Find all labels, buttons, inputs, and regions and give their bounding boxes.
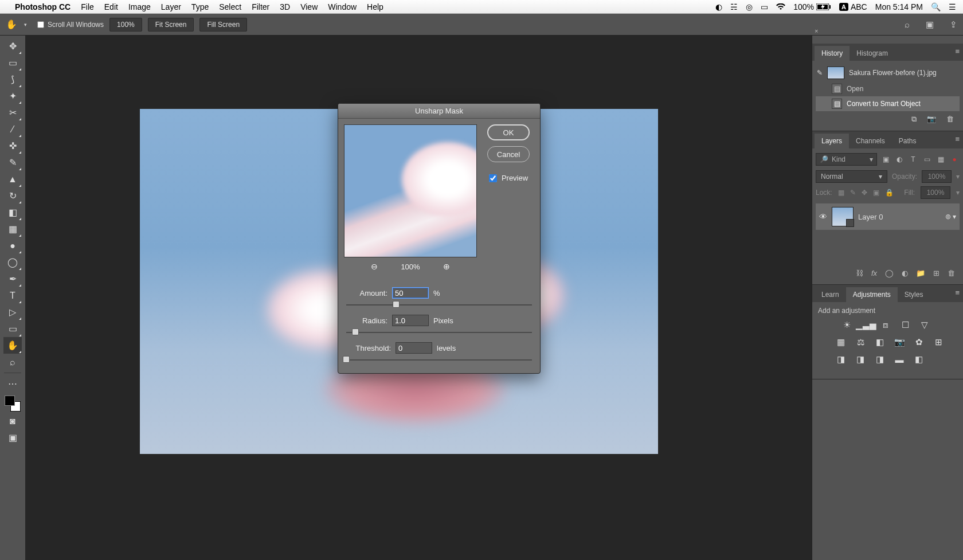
lock-transparent-icon[interactable]: ▦ bbox=[838, 189, 844, 197]
spotlight-icon[interactable]: 🔍 bbox=[931, 2, 941, 11]
clock[interactable]: Mon 5:14 PM bbox=[875, 2, 923, 11]
vibrance-icon[interactable]: ▽ bbox=[919, 319, 930, 331]
black-white-icon[interactable]: ◧ bbox=[874, 336, 886, 348]
path-select-tool[interactable]: ▷ bbox=[3, 304, 22, 320]
tab-channels[interactable]: Channels bbox=[849, 134, 892, 148]
zoom-out-icon[interactable]: ⊖ bbox=[371, 262, 378, 271]
lock-position-icon[interactable]: ✥ bbox=[862, 189, 867, 197]
marquee-tool[interactable]: ▭ bbox=[3, 54, 22, 71]
menu-view[interactable]: View bbox=[300, 2, 318, 11]
group-icon[interactable]: 📁 bbox=[916, 269, 925, 277]
menu-file[interactable]: File bbox=[81, 2, 94, 11]
fill-value[interactable]: 100% bbox=[921, 186, 950, 199]
channel-mixer-icon[interactable]: ✿ bbox=[913, 336, 925, 348]
filter-smart-icon[interactable]: ▦ bbox=[935, 154, 946, 165]
app-name[interactable]: Photoshop CC bbox=[15, 2, 71, 11]
edit-toolbar[interactable]: ⋯ bbox=[3, 375, 22, 392]
filter-pixel-icon[interactable]: ▣ bbox=[880, 154, 891, 165]
tab-paths[interactable]: Paths bbox=[892, 134, 923, 148]
menu-edit[interactable]: Edit bbox=[104, 2, 118, 11]
exposure-icon[interactable]: ☐ bbox=[899, 319, 911, 331]
dropbox-icon[interactable]: ☵ bbox=[730, 2, 738, 11]
posterize-icon[interactable]: ◨ bbox=[855, 354, 866, 365]
fx-icon[interactable]: fx bbox=[871, 269, 877, 277]
scroll-all-windows-checkbox[interactable]: Scroll All Windows bbox=[37, 21, 104, 29]
radius-slider[interactable] bbox=[346, 328, 532, 336]
layer-filter-kind[interactable]: 🔎Kind▾ bbox=[816, 153, 877, 166]
opacity-chevron-icon[interactable]: ▾ bbox=[956, 173, 960, 181]
invert-icon[interactable]: ◨ bbox=[835, 354, 847, 365]
move-tool[interactable]: ✥ bbox=[3, 38, 22, 54]
delete-layer-icon[interactable]: 🗑 bbox=[948, 269, 955, 277]
tab-layers[interactable]: Layers bbox=[815, 134, 849, 148]
brush-tool[interactable]: ✎ bbox=[3, 154, 22, 171]
hue-sat-icon[interactable]: ▦ bbox=[835, 336, 847, 348]
search-icon[interactable]: ⌕ bbox=[905, 19, 910, 29]
screen-mode-toggle[interactable]: ▣ bbox=[3, 429, 22, 446]
fit-screen-button[interactable]: Fit Screen bbox=[148, 18, 194, 32]
gradient-map-icon[interactable]: ▬ bbox=[894, 354, 905, 365]
type-tool[interactable]: T bbox=[3, 287, 22, 304]
dialog-title[interactable]: Unsharp Mask bbox=[338, 104, 540, 119]
foreground-background-colors[interactable] bbox=[3, 394, 22, 413]
dialog-preview[interactable] bbox=[344, 124, 477, 257]
visibility-icon[interactable]: 👁 bbox=[819, 212, 827, 221]
eraser-tool[interactable]: ◧ bbox=[3, 204, 22, 221]
amount-slider[interactable] bbox=[346, 301, 532, 309]
filter-shape-icon[interactable]: ▭ bbox=[922, 154, 932, 165]
lasso-tool[interactable]: ⟆ bbox=[3, 71, 22, 88]
adjustment-layer-icon[interactable]: ◐ bbox=[902, 269, 908, 277]
menu-image[interactable]: Image bbox=[128, 2, 151, 11]
tab-learn[interactable]: Learn bbox=[815, 287, 846, 302]
zoom-tool[interactable]: ⌕ bbox=[3, 354, 22, 370]
battery-status[interactable]: 100% bbox=[793, 2, 831, 11]
delete-state-icon[interactable]: 🗑 bbox=[946, 115, 954, 124]
clone-stamp-tool[interactable]: ▲ bbox=[3, 171, 22, 187]
selective-color-icon[interactable]: ◧ bbox=[913, 354, 925, 365]
menu-3d[interactable]: 3D bbox=[280, 2, 290, 11]
gradient-tool[interactable]: ▦ bbox=[3, 221, 22, 237]
history-brush-tool[interactable]: ↻ bbox=[3, 187, 22, 204]
color-balance-icon[interactable]: ⚖ bbox=[855, 336, 866, 348]
tab-histogram[interactable]: Histogram bbox=[850, 46, 895, 61]
create-document-from-state-icon[interactable]: ⧉ bbox=[911, 115, 917, 124]
fill-chevron-icon[interactable]: ▾ bbox=[956, 189, 960, 197]
airplay-icon[interactable]: ▭ bbox=[761, 2, 768, 11]
wifi-icon[interactable] bbox=[776, 3, 785, 10]
filter-type-icon[interactable]: T bbox=[908, 154, 918, 165]
menu-window[interactable]: Window bbox=[328, 2, 357, 11]
history-brush-source-icon[interactable]: ✎ bbox=[817, 69, 823, 77]
eyedropper-tool[interactable]: ⁄ bbox=[3, 121, 22, 138]
hand-tool-icon[interactable]: ✋ bbox=[6, 19, 17, 30]
new-layer-icon[interactable]: ⊞ bbox=[933, 269, 939, 277]
panel-menu-icon[interactable]: ≡ bbox=[955, 288, 960, 297]
history-step-open[interactable]: ▤ Open bbox=[816, 81, 960, 96]
amount-input[interactable] bbox=[392, 287, 429, 299]
threshold-icon[interactable]: ◨ bbox=[874, 354, 886, 365]
panel-close-icon[interactable]: × bbox=[815, 28, 818, 34]
layer-0-row[interactable]: 👁 Layer 0 ⊚ ▾ bbox=[816, 203, 960, 230]
lock-artboard-icon[interactable]: ▣ bbox=[873, 189, 879, 197]
canvas-area[interactable]: Unsharp Mask ⊖ 100% ⊕ OK Cancel Preview bbox=[25, 36, 812, 560]
layer-thumb[interactable] bbox=[832, 207, 854, 226]
share-icon[interactable]: ⇪ bbox=[950, 19, 957, 30]
filter-toggle-icon[interactable]: ● bbox=[949, 154, 960, 165]
panel-menu-icon[interactable]: ≡ bbox=[955, 135, 960, 143]
curves-icon[interactable]: ⧈ bbox=[880, 319, 891, 331]
ok-button[interactable]: OK bbox=[487, 124, 530, 140]
menu-filter[interactable]: Filter bbox=[252, 2, 269, 11]
preview-checkbox[interactable]: Preview bbox=[489, 174, 528, 182]
opacity-value[interactable]: 100% bbox=[922, 170, 952, 183]
dodge-tool[interactable]: ◯ bbox=[3, 254, 22, 271]
levels-icon[interactable]: ▁▃▅ bbox=[860, 319, 872, 331]
crop-tool[interactable]: ✂ bbox=[3, 104, 22, 121]
layer-name[interactable]: Layer 0 bbox=[858, 213, 883, 221]
panel-menu-icon[interactable]: ≡ bbox=[955, 47, 960, 56]
menu-help[interactable]: Help bbox=[367, 2, 383, 11]
healing-brush-tool[interactable]: ✜ bbox=[3, 138, 22, 154]
quick-select-tool[interactable]: ✦ bbox=[3, 88, 22, 104]
menu-layer[interactable]: Layer bbox=[161, 2, 181, 11]
link-layers-icon[interactable]: ⛓ bbox=[856, 269, 863, 277]
brightness-contrast-icon[interactable]: ☀ bbox=[841, 319, 852, 331]
menu-select[interactable]: Select bbox=[219, 2, 241, 11]
